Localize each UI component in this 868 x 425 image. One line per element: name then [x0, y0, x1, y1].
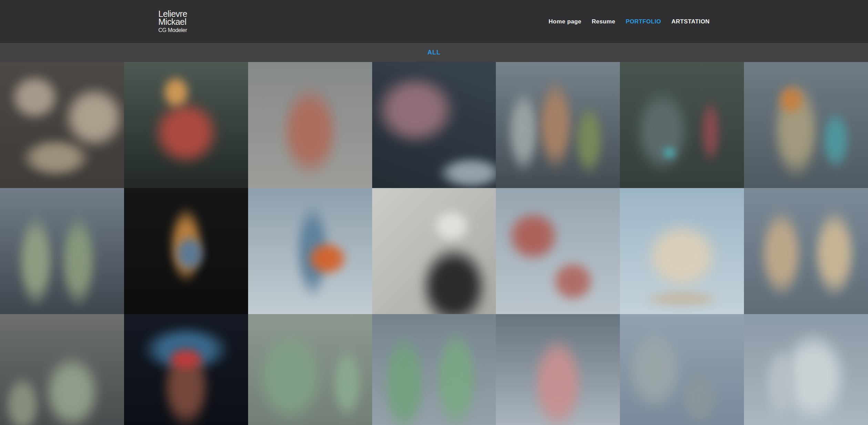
portfolio-thumbnail-gray-beast-sculpts[interactable]	[620, 314, 744, 425]
artwork-shape	[821, 110, 850, 170]
header-container: Lelievre Mickael CG Modeler Home page Re…	[159, 0, 710, 43]
artwork-shape	[331, 347, 364, 420]
portfolio-thumbnail-pink-mech-hounds[interactable]	[496, 188, 620, 314]
artwork-shape	[151, 99, 221, 167]
portfolio-thumbnail-green-frog-pair[interactable]	[0, 188, 124, 314]
artwork-shape	[255, 329, 325, 425]
filter-bar: ALL	[0, 43, 868, 62]
portfolio-thumbnail-robot-squad[interactable]	[620, 62, 744, 188]
artwork-shape	[373, 73, 458, 146]
artwork-shape	[437, 157, 496, 188]
artwork-shape	[644, 221, 721, 291]
artwork-shape	[17, 213, 54, 309]
nav-link-portfolio[interactable]: PORTFOLIO	[626, 18, 661, 25]
artwork-shape	[771, 80, 821, 180]
nav-link-resume[interactable]: Resume	[592, 18, 615, 25]
nav-link-home-page[interactable]: Home page	[549, 18, 581, 25]
artwork-shape	[551, 260, 595, 303]
artwork-shape	[779, 329, 848, 425]
artwork-shape	[634, 87, 691, 175]
artwork-shape	[9, 73, 61, 121]
portfolio-thumbnail-pedestal-sculpt-group[interactable]	[620, 188, 744, 314]
artwork-shape	[641, 290, 723, 308]
artwork-shape	[759, 208, 804, 299]
portfolio-grid	[0, 62, 868, 425]
artwork-shape	[764, 346, 799, 422]
artwork-shape	[434, 328, 479, 425]
artwork-shape	[20, 138, 92, 178]
artwork-shape	[537, 79, 574, 172]
artwork-shape	[574, 104, 604, 177]
artwork-shape	[174, 235, 206, 272]
artwork-shape	[4, 375, 41, 425]
site-logo[interactable]: Lelievre Mickael CG Modeler	[159, 10, 187, 33]
portfolio-thumbnail-hippo-warriors[interactable]	[744, 188, 868, 314]
portfolio-thumbnail-green-mech-biped[interactable]	[372, 314, 496, 425]
portfolio-thumbnail-mech-demon-throne[interactable]	[124, 314, 248, 425]
artwork-shape	[60, 213, 97, 309]
artwork-shape	[532, 335, 584, 425]
artwork-shape	[777, 85, 805, 115]
artwork-shape	[419, 245, 489, 314]
logo-line-2: Mickael	[159, 18, 187, 26]
artwork-shape	[682, 370, 717, 425]
artwork-shape	[431, 208, 471, 243]
portfolio-thumbnail-red-fish[interactable]	[124, 62, 248, 188]
portfolio-thumbnail-orange-mech-shaman[interactable]	[124, 188, 248, 314]
artwork-shape	[280, 85, 340, 178]
artwork-shape	[161, 344, 211, 425]
logo-subtitle: CG Modeler	[159, 28, 187, 33]
nav-link-artstation[interactable]: ARTSTATION	[671, 18, 709, 25]
artwork-shape	[701, 99, 721, 164]
portfolio-thumbnail-blue-mech-staff[interactable]	[248, 188, 372, 314]
portfolio-thumbnail-chameleon-pair[interactable]	[0, 314, 124, 425]
portfolio-thumbnail-frog-pair-speckled[interactable]	[744, 62, 868, 188]
artwork-shape	[306, 241, 348, 276]
artwork-shape	[626, 328, 683, 411]
filter-all-button[interactable]: ALL	[428, 49, 441, 56]
artwork-shape	[507, 89, 540, 174]
artwork-shape	[161, 75, 191, 110]
artwork-shape	[663, 148, 676, 158]
artwork-shape	[812, 208, 857, 299]
artwork-shape	[169, 206, 203, 284]
artwork-shape	[62, 85, 124, 150]
artwork-shape	[42, 353, 102, 425]
site-header: Lelievre Mickael CG Modeler Home page Re…	[0, 0, 868, 43]
portfolio-thumbnail-green-mech-beasts[interactable]	[248, 314, 372, 425]
artwork-shape	[382, 332, 427, 425]
portfolio-thumbnail-skull-feather-bust[interactable]	[372, 188, 496, 314]
artwork-shape	[295, 203, 330, 299]
portfolio-thumbnail-toad-trio[interactable]	[496, 62, 620, 188]
artwork-shape	[506, 209, 560, 262]
portfolio-thumbnail-fish-sculpt-pack[interactable]	[0, 62, 124, 188]
main-nav: Home page Resume PORTFOLIO ARTSTATION	[549, 18, 710, 25]
portfolio-thumbnail-pink-moth-mech[interactable]	[496, 314, 620, 425]
portfolio-thumbnail-flesh-troll[interactable]	[248, 62, 372, 188]
artwork-shape	[141, 325, 231, 373]
portfolio-thumbnail-winged-insectoid[interactable]	[744, 314, 868, 425]
artwork-shape	[167, 348, 205, 371]
portfolio-thumbnail-horned-dragon[interactable]	[372, 62, 496, 188]
